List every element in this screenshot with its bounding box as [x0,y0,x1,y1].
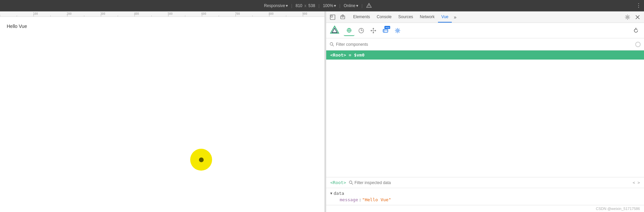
svg-point-46 [373,32,374,33]
toolbar-divider-2: | [318,3,319,8]
dimension-separator: x [304,3,306,8]
data-message-row: message : "Hello Vue" [330,197,640,203]
svg-point-45 [375,30,376,31]
tab-sources[interactable]: Sources [395,11,416,23]
svg-line-57 [352,183,353,184]
no-throttle-icon[interactable] [366,3,372,9]
svg-point-35 [627,16,629,18]
vue-toolbar: new [326,23,644,38]
zoom-selector[interactable]: 100% ▾ [323,3,336,8]
devtools-tabs: Elements Console Sources Network Vue » [350,11,623,23]
svg-point-56 [349,181,352,184]
data-panel: <Root> < > ▼ data message : [326,177,644,205]
component-tree-button[interactable] [344,25,354,36]
zoom-arrow: ▾ [334,3,336,8]
throttle-arrow: ▾ [356,3,358,8]
inspect-element-button[interactable] [328,13,337,22]
devtools-nav: Elements Console Sources Network Vue » [326,11,644,23]
toolbar-controls: Responsive ▾ | 810 x 538 | 100% ▾ | Onli… [3,3,633,9]
watermark: CSDN @weixin_51717586 [326,205,644,212]
yellow-circle-inner [199,157,204,162]
network-status: Online [344,3,355,8]
svg-text:300: 300 [100,12,105,15]
inspected-component-label: <Root> [330,180,346,185]
network-throttle-selector[interactable]: Online ▾ [344,3,358,8]
message-prop-name: message [340,197,358,202]
responsive-arrow: ▾ [286,3,288,8]
browser-preview: Hello Vue [0,17,325,212]
vue-settings-button[interactable] [392,25,403,36]
filter-data-input[interactable] [354,180,630,185]
svg-text:700: 700 [235,12,240,15]
data-key-row: ▼ data [330,190,640,197]
search-icon [330,42,334,46]
data-section-key: data [334,191,344,196]
toolbar-divider-3: | [339,3,340,8]
main-layout: 100 200 300 400 500 600 [0,11,644,212]
component-tree: <Root> = $vm0 [326,50,644,177]
horizontal-ruler: 100 200 300 400 500 600 [0,11,325,17]
toolbar-divider-4: | [362,3,363,8]
devtools-settings-button[interactable] [623,13,632,22]
filter-components-input[interactable] [336,42,633,47]
more-tabs-button[interactable]: » [452,14,459,20]
svg-text:400: 400 [134,12,139,15]
root-component-label: <Root> = $vm0 [330,52,365,58]
more-options-button[interactable]: ⋮ [636,2,641,9]
device-toggle-button[interactable] [338,13,347,22]
colon-separator: : [359,197,362,202]
svg-point-51 [384,30,384,30]
svg-text:600: 600 [201,12,206,15]
data-section: ▼ data message : "Hello Vue" [326,188,644,205]
tab-vue[interactable]: Vue [438,11,452,23]
svg-point-44 [373,28,374,29]
close-devtools-button[interactable] [633,13,642,22]
message-prop-value: "Hello Vue" [362,197,391,202]
yellow-circle [190,149,212,171]
svg-text:500: 500 [168,12,173,15]
zoom-level: 100% [323,3,333,8]
data-panel-header: <Root> < > [326,177,644,188]
responsive-selector[interactable]: Responsive ▾ [264,3,288,8]
vue-logo [330,26,340,36]
toolbar-divider-1: | [291,3,292,8]
hello-vue-text: Hello Vue [7,24,27,29]
devtools-panel: Elements Console Sources Network Vue » [326,11,644,212]
svg-text:100: 100 [33,12,38,15]
svg-point-53 [397,30,399,31]
filter-bar [326,38,644,50]
devtools-nav-right [623,13,642,22]
svg-point-52 [384,31,384,32]
svg-point-54 [330,43,333,45]
edit-raw-button[interactable]: < > [633,180,640,185]
top-toolbar: Responsive ▾ | 810 x 538 | 100% ▾ | Onli… [0,0,644,11]
svg-text:900: 900 [302,12,307,15]
data-search-icon [349,180,353,185]
store-badge: new [384,26,390,29]
root-component-item[interactable]: <Root> = $vm0 [326,50,644,60]
svg-rect-32 [331,15,333,17]
filter-toggle-button[interactable] [635,42,641,47]
svg-point-2 [369,6,369,7]
tab-console[interactable]: Console [373,11,395,23]
svg-marker-38 [331,26,339,33]
vue-refresh-button[interactable] [631,26,641,35]
svg-line-55 [333,45,334,46]
viewport-height[interactable]: 538 [308,3,315,8]
devtools-nav-icons [328,13,347,22]
timeline-button[interactable] [356,25,367,36]
tab-elements[interactable]: Elements [350,11,373,23]
svg-point-43 [371,30,372,31]
watermark-text: CSDN @weixin_51717586 [596,207,640,211]
svg-text:200: 200 [67,12,72,15]
viewport-width[interactable]: 810 [296,3,302,8]
router-button[interactable] [368,25,379,36]
data-panel-filter [349,180,630,185]
responsive-label: Responsive [264,3,285,8]
preview-area: 100 200 300 400 500 600 [0,11,325,212]
tab-network[interactable]: Network [416,11,438,23]
svg-text:800: 800 [269,12,274,15]
data-expand-arrow[interactable]: ▼ [330,191,332,195]
store-button[interactable]: new [380,25,391,36]
